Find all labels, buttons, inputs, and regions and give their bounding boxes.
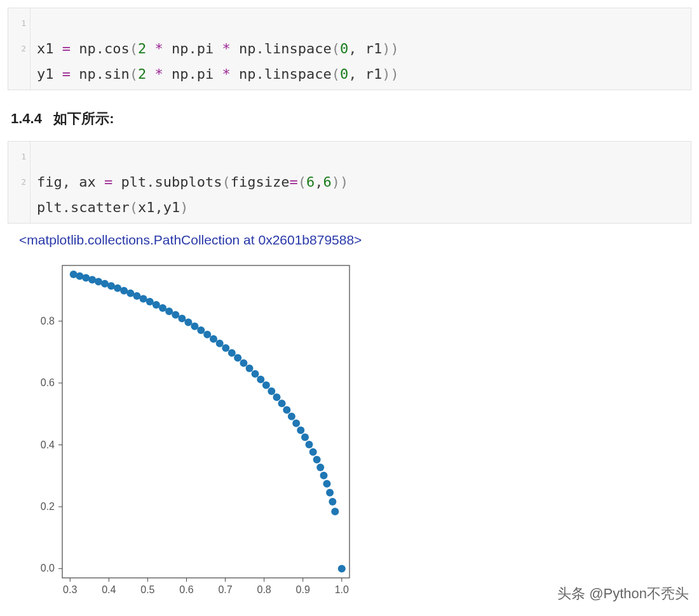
scatter-chart: 0.30.40.50.60.70.80.91.00.00.20.40.60.8 bbox=[27, 258, 357, 601]
code-block-1: 1 2 x1 = np.cos(2 * np.pi * np.linspace(… bbox=[8, 8, 691, 90]
svg-point-38 bbox=[140, 295, 147, 302]
line-number: 1 bbox=[8, 144, 26, 170]
svg-point-70 bbox=[316, 464, 324, 471]
section-title: 如下所示: bbox=[53, 110, 114, 126]
svg-point-60 bbox=[273, 394, 280, 401]
svg-point-52 bbox=[228, 349, 236, 357]
svg-point-49 bbox=[210, 335, 217, 343]
svg-text:0.8: 0.8 bbox=[41, 316, 55, 326]
code-content: x1 = np.cos(2 * np.pi * np.linspace(0, r… bbox=[31, 8, 405, 90]
svg-text:0.0: 0.0 bbox=[41, 563, 55, 573]
code-line: plt.scatter(x1,y1) bbox=[37, 199, 188, 215]
svg-point-58 bbox=[262, 382, 270, 389]
svg-point-51 bbox=[222, 344, 229, 352]
code-line: fig, ax = plt.subplots(figsize=(6,6)) bbox=[37, 174, 348, 190]
svg-text:0.3: 0.3 bbox=[63, 584, 77, 595]
svg-point-41 bbox=[159, 304, 166, 312]
svg-point-64 bbox=[292, 419, 300, 427]
svg-point-42 bbox=[165, 307, 173, 315]
svg-text:0.6: 0.6 bbox=[41, 377, 55, 388]
chart-svg: 0.30.40.50.60.70.80.91.00.00.20.40.60.8 bbox=[27, 258, 357, 601]
output-repr: <matplotlib.collections.PathCollection a… bbox=[19, 232, 691, 248]
svg-point-69 bbox=[313, 456, 321, 464]
svg-text:0.4: 0.4 bbox=[102, 584, 116, 595]
svg-text:1.0: 1.0 bbox=[335, 584, 349, 595]
svg-point-65 bbox=[297, 426, 304, 434]
line-number-gutter: 1 2 bbox=[8, 142, 31, 223]
svg-point-43 bbox=[172, 311, 179, 319]
svg-text:0.9: 0.9 bbox=[296, 584, 310, 595]
svg-rect-0 bbox=[62, 265, 350, 578]
code-block-2: 1 2 fig, ax = plt.subplots(figsize=(6,6)… bbox=[8, 141, 691, 224]
svg-point-54 bbox=[240, 359, 247, 367]
svg-point-59 bbox=[268, 387, 275, 395]
svg-point-46 bbox=[191, 323, 198, 330]
section-heading: 1.4.4 如下所示: bbox=[11, 109, 691, 128]
watermark: 头条 @Python不秃头 bbox=[557, 584, 689, 603]
svg-point-68 bbox=[309, 448, 317, 456]
svg-point-44 bbox=[178, 314, 186, 322]
svg-text:0.6: 0.6 bbox=[179, 584, 193, 595]
svg-point-48 bbox=[203, 331, 211, 338]
svg-text:0.2: 0.2 bbox=[41, 501, 55, 512]
svg-point-53 bbox=[234, 354, 241, 362]
svg-point-74 bbox=[329, 498, 336, 506]
code-line: y1 = np.sin(2 * np.pi * np.linspace(0, r… bbox=[37, 66, 399, 82]
line-number-gutter: 1 2 bbox=[8, 8, 31, 90]
svg-point-50 bbox=[216, 340, 224, 347]
line-number: 2 bbox=[8, 170, 26, 195]
code-content: fig, ax = plt.subplots(figsize=(6,6)) pl… bbox=[31, 142, 355, 223]
code-line: x1 = np.cos(2 * np.pi * np.linspace(0, r… bbox=[37, 41, 399, 57]
svg-point-45 bbox=[184, 318, 192, 326]
svg-point-75 bbox=[331, 507, 339, 515]
svg-point-72 bbox=[323, 480, 330, 488]
svg-point-56 bbox=[252, 370, 259, 378]
svg-point-73 bbox=[326, 489, 334, 497]
svg-text:0.7: 0.7 bbox=[218, 584, 232, 595]
svg-text:0.4: 0.4 bbox=[41, 439, 55, 450]
line-number: 2 bbox=[8, 36, 26, 62]
section-number: 1.4.4 bbox=[11, 110, 42, 126]
svg-point-47 bbox=[197, 326, 205, 334]
svg-point-71 bbox=[320, 472, 328, 479]
svg-point-66 bbox=[301, 434, 309, 441]
svg-point-55 bbox=[246, 365, 254, 372]
svg-point-61 bbox=[278, 399, 286, 407]
svg-point-57 bbox=[257, 376, 264, 384]
line-number: 1 bbox=[8, 11, 26, 36]
svg-text:0.8: 0.8 bbox=[257, 584, 271, 595]
svg-point-67 bbox=[305, 441, 313, 448]
svg-point-62 bbox=[283, 406, 290, 413]
svg-point-63 bbox=[288, 413, 295, 420]
svg-point-76 bbox=[338, 565, 346, 572]
svg-text:0.5: 0.5 bbox=[140, 584, 154, 595]
